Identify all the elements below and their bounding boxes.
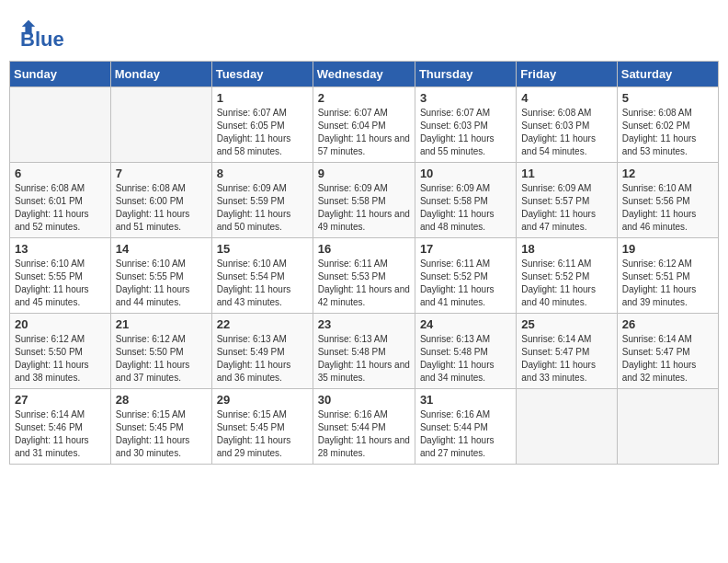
- calendar-cell: 16Sunrise: 6:11 AMSunset: 5:53 PMDayligh…: [313, 238, 415, 314]
- day-number: 13: [15, 242, 106, 256]
- cell-details: Sunrise: 6:07 AMSunset: 6:03 PMDaylight:…: [420, 107, 511, 158]
- calendar-cell: 29Sunrise: 6:15 AMSunset: 5:45 PMDayligh…: [211, 389, 313, 465]
- day-number: 22: [217, 317, 308, 331]
- cell-details: Sunrise: 6:10 AMSunset: 5:56 PMDaylight:…: [622, 182, 713, 234]
- weekday-header-row: SundayMondayTuesdayWednesdayThursdayFrid…: [10, 62, 719, 87]
- weekday-header-cell: Tuesday: [211, 62, 313, 87]
- cell-details: Sunrise: 6:12 AMSunset: 5:51 PMDaylight:…: [622, 258, 713, 309]
- cell-details: Sunrise: 6:13 AMSunset: 5:49 PMDaylight:…: [217, 333, 308, 385]
- cell-details: Sunrise: 6:10 AMSunset: 5:55 PMDaylight:…: [116, 258, 207, 309]
- day-number: 23: [318, 317, 410, 331]
- day-number: 5: [622, 91, 713, 105]
- calendar-cell: 9Sunrise: 6:09 AMSunset: 5:58 PMDaylight…: [313, 163, 415, 238]
- calendar-cell: [10, 87, 111, 163]
- calendar-cell: 3Sunrise: 6:07 AMSunset: 6:03 PMDaylight…: [415, 87, 516, 163]
- calendar-cell: 20Sunrise: 6:12 AMSunset: 5:50 PMDayligh…: [10, 314, 111, 389]
- calendar-cell: 17Sunrise: 6:11 AMSunset: 5:52 PMDayligh…: [415, 238, 516, 314]
- calendar-cell: 5Sunrise: 6:08 AMSunset: 6:02 PMDaylight…: [617, 87, 718, 163]
- cell-details: Sunrise: 6:11 AMSunset: 5:53 PMDaylight:…: [318, 258, 410, 309]
- cell-details: Sunrise: 6:09 AMSunset: 5:58 PMDaylight:…: [420, 182, 511, 234]
- calendar-week-row: 1Sunrise: 6:07 AMSunset: 6:05 PMDaylight…: [10, 87, 719, 163]
- day-number: 16: [318, 242, 410, 256]
- day-number: 24: [420, 317, 511, 331]
- day-number: 30: [318, 393, 410, 407]
- calendar-cell: 22Sunrise: 6:13 AMSunset: 5:49 PMDayligh…: [211, 314, 313, 389]
- day-number: 28: [116, 393, 207, 407]
- calendar-cell: 15Sunrise: 6:10 AMSunset: 5:54 PMDayligh…: [211, 238, 313, 314]
- weekday-header-cell: Saturday: [617, 62, 718, 87]
- day-number: 31: [420, 393, 511, 407]
- calendar-cell: 2Sunrise: 6:07 AMSunset: 6:04 PMDaylight…: [313, 87, 415, 163]
- day-number: 21: [116, 317, 207, 331]
- cell-details: Sunrise: 6:09 AMSunset: 5:57 PMDaylight:…: [521, 182, 611, 234]
- day-number: 14: [116, 242, 207, 256]
- cell-details: Sunrise: 6:11 AMSunset: 5:52 PMDaylight:…: [521, 258, 611, 309]
- day-number: 9: [318, 167, 410, 180]
- cell-details: Sunrise: 6:07 AMSunset: 6:05 PMDaylight:…: [217, 107, 308, 158]
- day-number: 26: [622, 317, 713, 331]
- day-number: 27: [15, 393, 106, 407]
- calendar-week-row: 20Sunrise: 6:12 AMSunset: 5:50 PMDayligh…: [10, 314, 719, 389]
- calendar-cell: 11Sunrise: 6:09 AMSunset: 5:57 PMDayligh…: [517, 163, 617, 238]
- calendar-cell: 12Sunrise: 6:10 AMSunset: 5:56 PMDayligh…: [617, 163, 718, 238]
- cell-details: Sunrise: 6:13 AMSunset: 5:48 PMDaylight:…: [318, 333, 410, 385]
- day-number: 19: [622, 242, 713, 256]
- calendar-cell: 31Sunrise: 6:16 AMSunset: 5:44 PMDayligh…: [415, 389, 516, 465]
- calendar-cell: 8Sunrise: 6:09 AMSunset: 5:59 PMDaylight…: [211, 163, 313, 238]
- calendar-week-row: 6Sunrise: 6:08 AMSunset: 6:01 PMDaylight…: [10, 163, 719, 238]
- day-number: 25: [521, 317, 611, 331]
- calendar-cell: 24Sunrise: 6:13 AMSunset: 5:48 PMDayligh…: [415, 314, 516, 389]
- cell-details: Sunrise: 6:09 AMSunset: 5:58 PMDaylight:…: [318, 182, 410, 234]
- calendar-cell: 13Sunrise: 6:10 AMSunset: 5:55 PMDayligh…: [10, 238, 111, 314]
- calendar-cell: 30Sunrise: 6:16 AMSunset: 5:44 PMDayligh…: [313, 389, 415, 465]
- cell-details: Sunrise: 6:15 AMSunset: 5:45 PMDaylight:…: [116, 408, 207, 460]
- weekday-header-cell: Thursday: [415, 62, 516, 87]
- calendar-cell: 10Sunrise: 6:09 AMSunset: 5:58 PMDayligh…: [415, 163, 516, 238]
- cell-details: Sunrise: 6:08 AMSunset: 6:03 PMDaylight:…: [521, 107, 611, 158]
- day-number: 20: [15, 317, 106, 331]
- day-number: 17: [420, 242, 511, 256]
- day-number: 2: [318, 91, 410, 105]
- cell-details: Sunrise: 6:08 AMSunset: 6:00 PMDaylight:…: [116, 182, 207, 234]
- calendar-table: SundayMondayTuesdayWednesdayThursdayFrid…: [9, 61, 719, 465]
- cell-details: Sunrise: 6:14 AMSunset: 5:47 PMDaylight:…: [521, 333, 611, 385]
- calendar-cell: [617, 389, 718, 465]
- cell-details: Sunrise: 6:08 AMSunset: 6:01 PMDaylight:…: [15, 182, 106, 234]
- day-number: 18: [521, 242, 611, 256]
- calendar-cell: 6Sunrise: 6:08 AMSunset: 6:01 PMDaylight…: [10, 163, 111, 238]
- calendar-cell: 4Sunrise: 6:08 AMSunset: 6:03 PMDaylight…: [517, 87, 617, 163]
- cell-details: Sunrise: 6:16 AMSunset: 5:44 PMDaylight:…: [318, 408, 410, 460]
- day-number: 1: [217, 91, 308, 105]
- cell-details: Sunrise: 6:16 AMSunset: 5:44 PMDaylight:…: [420, 408, 511, 460]
- cell-details: Sunrise: 6:14 AMSunset: 5:46 PMDaylight:…: [15, 408, 106, 460]
- calendar-cell: 23Sunrise: 6:13 AMSunset: 5:48 PMDayligh…: [313, 314, 415, 389]
- calendar-cell: 26Sunrise: 6:14 AMSunset: 5:47 PMDayligh…: [617, 314, 718, 389]
- day-number: 10: [420, 167, 511, 180]
- cell-details: Sunrise: 6:13 AMSunset: 5:48 PMDaylight:…: [420, 333, 511, 385]
- cell-details: Sunrise: 6:14 AMSunset: 5:47 PMDaylight:…: [622, 333, 713, 385]
- page-header: Blue: [9, 9, 719, 56]
- cell-details: Sunrise: 6:12 AMSunset: 5:50 PMDaylight:…: [15, 333, 106, 385]
- calendar-cell: 18Sunrise: 6:11 AMSunset: 5:52 PMDayligh…: [517, 238, 617, 314]
- calendar-cell: 21Sunrise: 6:12 AMSunset: 5:50 PMDayligh…: [110, 314, 211, 389]
- calendar-cell: 7Sunrise: 6:08 AMSunset: 6:00 PMDaylight…: [110, 163, 211, 238]
- calendar-cell: 28Sunrise: 6:15 AMSunset: 5:45 PMDayligh…: [110, 389, 211, 465]
- calendar-cell: 25Sunrise: 6:14 AMSunset: 5:47 PMDayligh…: [517, 314, 617, 389]
- cell-details: Sunrise: 6:10 AMSunset: 5:54 PMDaylight:…: [217, 258, 308, 309]
- weekday-header-cell: Monday: [110, 62, 211, 87]
- cell-details: Sunrise: 6:10 AMSunset: 5:55 PMDaylight:…: [15, 258, 106, 309]
- cell-details: Sunrise: 6:15 AMSunset: 5:45 PMDaylight:…: [217, 408, 308, 460]
- calendar-cell: [110, 87, 211, 163]
- day-number: 7: [116, 167, 207, 180]
- cell-details: Sunrise: 6:09 AMSunset: 5:59 PMDaylight:…: [217, 182, 308, 234]
- day-number: 3: [420, 91, 511, 105]
- day-number: 12: [622, 167, 713, 180]
- calendar-cell: [517, 389, 617, 465]
- weekday-header-cell: Friday: [517, 62, 617, 87]
- calendar-body: 1Sunrise: 6:07 AMSunset: 6:05 PMDaylight…: [10, 87, 719, 465]
- calendar-cell: 1Sunrise: 6:07 AMSunset: 6:05 PMDaylight…: [211, 87, 313, 163]
- calendar-week-row: 13Sunrise: 6:10 AMSunset: 5:55 PMDayligh…: [10, 238, 719, 314]
- logo-blue-text: Blue: [20, 28, 64, 52]
- calendar-week-row: 27Sunrise: 6:14 AMSunset: 5:46 PMDayligh…: [10, 389, 719, 465]
- cell-details: Sunrise: 6:07 AMSunset: 6:04 PMDaylight:…: [318, 107, 410, 158]
